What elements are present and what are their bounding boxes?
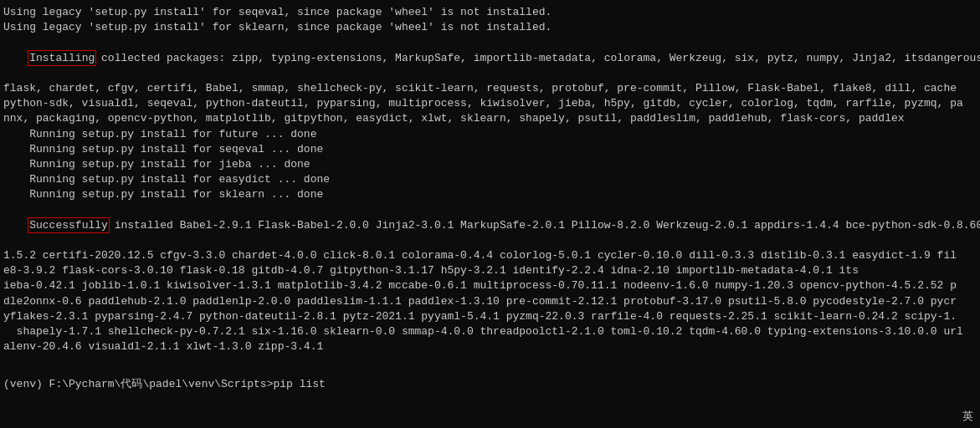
line-18: shapely-1.7.1 shellcheck-py-0.7.2.1 six-… bbox=[3, 324, 977, 339]
line-4: flask, chardet, cfgv, certifi, Babel, sm… bbox=[3, 81, 977, 96]
line-17: yflakes-2.3.1 pyparsing-2.4.7 python-dat… bbox=[3, 309, 977, 324]
line-10: Running setup.py install for easydict ..… bbox=[3, 172, 977, 187]
line-9: Running setup.py install for jieba ... d… bbox=[3, 157, 977, 172]
prompt-line: (venv) F:\Pycharm\代码\padel\venv\Scripts>… bbox=[3, 377, 977, 392]
language-indicator: 英 bbox=[962, 410, 973, 425]
line-2: Using legacy 'setup.py install' for skle… bbox=[3, 20, 977, 35]
line-7: Running setup.py install for future ... … bbox=[3, 127, 977, 142]
line-8: Running setup.py install for seqeval ...… bbox=[3, 142, 977, 157]
line-12: Successfully installed Babel-2.9.1 Flask… bbox=[3, 202, 977, 248]
terminal-window: Using legacy 'setup.py install' for seqe… bbox=[0, 0, 980, 428]
line-3: Installing collected packages: zipp, typ… bbox=[3, 35, 977, 81]
line-16: dle2onnx-0.6 paddlehub-2.1.0 paddlenlp-2… bbox=[3, 294, 977, 309]
line-blank bbox=[3, 354, 977, 369]
line-15: ieba-0.42.1 joblib-1.0.1 kiwisolver-1.3.… bbox=[3, 278, 977, 293]
installing-highlight: Installing bbox=[29, 52, 95, 64]
line-14: e8-3.9.2 flask-cors-3.0.10 flask-0.18 gi… bbox=[3, 263, 977, 278]
line-6: nnx, packaging, opencv-python, matplotli… bbox=[3, 111, 977, 126]
successfully-highlight: Successfully bbox=[29, 219, 108, 232]
line-19: alenv-20.4.6 visualdl-2.1.1 xlwt-1.3.0 z… bbox=[3, 339, 977, 354]
line-1: Using legacy 'setup.py install' for seqe… bbox=[3, 5, 977, 20]
line-13: 1.5.2 certifi-2020.12.5 cfgv-3.3.0 chard… bbox=[3, 248, 977, 263]
line-11: Running setup.py install for sklearn ...… bbox=[3, 187, 977, 202]
line-5: python-sdk, visualdl, seqeval, python-da… bbox=[3, 96, 977, 111]
